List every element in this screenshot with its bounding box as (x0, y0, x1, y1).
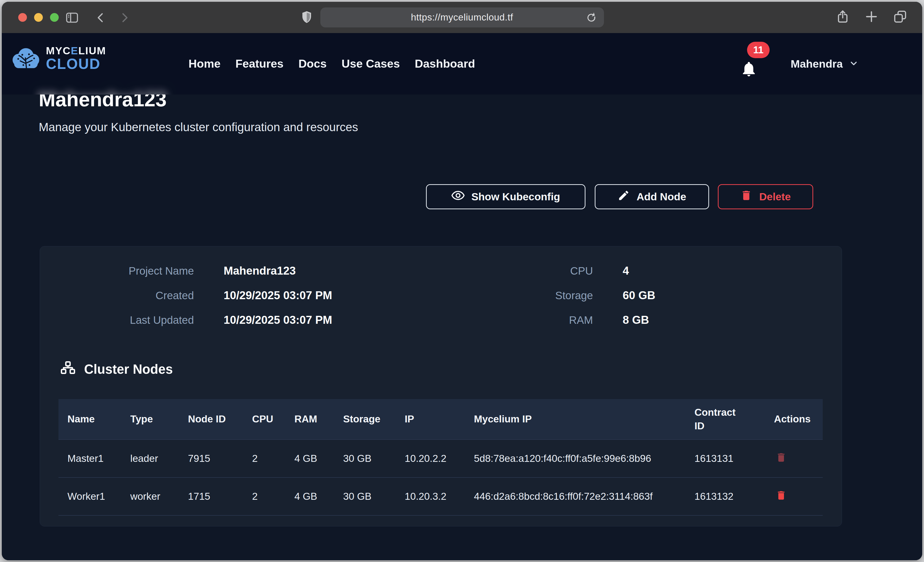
chevron-down-icon (849, 58, 859, 69)
mycelium-cloud-logo-icon (10, 45, 41, 72)
col-actions: Actions (765, 399, 823, 439)
tab-overview-icon[interactable] (893, 9, 908, 25)
cell-node-id: 1715 (179, 477, 243, 516)
trash-icon (740, 189, 752, 204)
cell-contract-id: 1613131 (686, 439, 765, 477)
cell-storage: 30 GB (334, 439, 396, 477)
delete-cluster-button[interactable]: Delete (718, 184, 813, 209)
project-name-value: Mahendra123 (224, 265, 296, 277)
forward-icon[interactable] (118, 11, 131, 24)
pencil-icon (618, 189, 630, 204)
nav-link-use-cases[interactable]: Use Cases (342, 57, 400, 70)
show-kubeconfig-label: Show Kubeconfig (471, 191, 560, 203)
last-updated-value: 10/29/2025 03:07 PM (224, 314, 332, 326)
cpu-label: CPU (513, 265, 593, 277)
col-ip: IP (396, 399, 465, 439)
cell-ram: 4 GB (285, 439, 334, 477)
share-icon[interactable] (836, 9, 850, 25)
cell-cpu: 2 (243, 477, 285, 516)
overview-left-column: Project Name Mahendra123 Created 10/29/2… (66, 265, 332, 338)
page-title-blurred: Mahendra123 (39, 88, 167, 94)
sidebar-toggle-icon[interactable] (65, 10, 79, 25)
bell-icon[interactable] (740, 61, 757, 79)
url-text: https://myceliumcloud.tf (411, 12, 513, 23)
cell-ram: 4 GB (285, 477, 334, 516)
show-kubeconfig-button[interactable]: Show Kubeconfig (426, 184, 585, 209)
user-name: Mahendra (790, 58, 843, 70)
reload-icon[interactable] (585, 12, 597, 25)
site-header: Mahendra123 (2, 33, 922, 94)
storage-label: Storage (513, 290, 593, 302)
col-contract-id: Contract ID (686, 399, 765, 439)
nav-link-features[interactable]: Features (236, 57, 284, 70)
table-row-master1: Master1 leader 7915 2 4 GB 30 GB 10.20.2… (58, 439, 823, 477)
browser-window: https://myceliumcloud.tf (2, 2, 922, 560)
brand-wordmark: MYCELIUM CLOUD (46, 46, 106, 71)
cell-contract-id: 1613132 (686, 477, 765, 516)
cluster-nodes-icon (60, 360, 76, 378)
new-tab-icon[interactable] (864, 9, 879, 25)
col-node-id: Node ID (179, 399, 243, 439)
overview-right-column: CPU 4 Storage 60 GB RAM 8 GB (513, 265, 655, 338)
cell-name: Master1 (58, 439, 121, 477)
add-node-button[interactable]: Add Node (595, 184, 709, 209)
add-node-label: Add Node (636, 191, 686, 203)
ram-value: 8 GB (622, 314, 649, 326)
storage-value: 60 GB (622, 289, 655, 302)
cpu-value: 4 (622, 265, 629, 277)
address-bar[interactable]: https://myceliumcloud.tf (320, 7, 604, 27)
project-name-label: Project Name (66, 265, 194, 277)
back-icon[interactable] (94, 11, 108, 24)
close-window-icon[interactable] (18, 13, 27, 22)
cell-storage: 30 GB (334, 477, 396, 516)
last-updated-label: Last Updated (66, 314, 194, 326)
eye-icon (452, 189, 465, 205)
delete-node-icon[interactable] (774, 488, 788, 503)
table-header-row: Name Type Node ID CPU RAM Storage IP Myc… (58, 399, 823, 439)
cluster-nodes-table: Name Type Node ID CPU RAM Storage IP Myc… (58, 399, 823, 516)
nav-link-home[interactable]: Home (189, 57, 220, 70)
nav-link-dashboard[interactable]: Dashboard (415, 57, 475, 70)
user-menu[interactable]: Mahendra (790, 33, 859, 94)
cell-mycelium-ip: 446:d2a6:8bcd:8c16:ff0f:72e2:3114:863f (465, 477, 686, 516)
cell-mycelium-ip: 5d8:78ea:a120:f40c:ff0f:a5fe:99e6:8b96 (465, 439, 686, 477)
delete-node-icon[interactable] (774, 450, 788, 465)
cell-type: worker (121, 477, 179, 516)
col-ram: RAM (285, 399, 334, 439)
traffic-lights (18, 13, 59, 22)
cell-node-id: 7915 (179, 439, 243, 477)
cell-type: leader (121, 439, 179, 477)
brand-logo[interactable]: MYCELIUM CLOUD (10, 45, 106, 72)
ram-label: RAM (513, 314, 593, 326)
zoom-window-icon[interactable] (50, 13, 59, 22)
nav-link-docs[interactable]: Docs (298, 57, 327, 70)
cluster-overview-card: Project Name Mahendra123 Created 10/29/2… (40, 246, 842, 526)
shield-icon[interactable] (299, 10, 314, 25)
created-value: 10/29/2025 03:07 PM (224, 289, 332, 302)
main-nav: Home Features Docs Use Cases Dashboard (189, 33, 475, 94)
page-subtitle: Manage your Kubernetes cluster configura… (39, 120, 358, 134)
table-row-worker1: Worker1 worker 1715 2 4 GB 30 GB 10.20.3… (58, 477, 823, 516)
col-cpu: CPU (243, 399, 285, 439)
page-content: Mahendra123 Manage your Kubernetes clust… (2, 33, 922, 560)
cell-ip: 10.20.2.2 (396, 439, 465, 477)
col-type: Type (121, 399, 179, 439)
created-label: Created (66, 290, 194, 302)
minimize-window-icon[interactable] (34, 13, 43, 22)
cell-ip: 10.20.3.2 (396, 477, 465, 516)
notification-badge[interactable]: 11 (747, 42, 770, 58)
cell-name: Worker1 (58, 477, 121, 516)
col-mycelium-ip: Mycelium IP (465, 399, 686, 439)
browser-toolbar: https://myceliumcloud.tf (2, 2, 922, 33)
cell-cpu: 2 (243, 439, 285, 477)
delete-label: Delete (759, 191, 790, 203)
cluster-nodes-heading: Cluster Nodes (60, 360, 173, 378)
col-storage: Storage (334, 399, 396, 439)
col-name: Name (58, 399, 121, 439)
